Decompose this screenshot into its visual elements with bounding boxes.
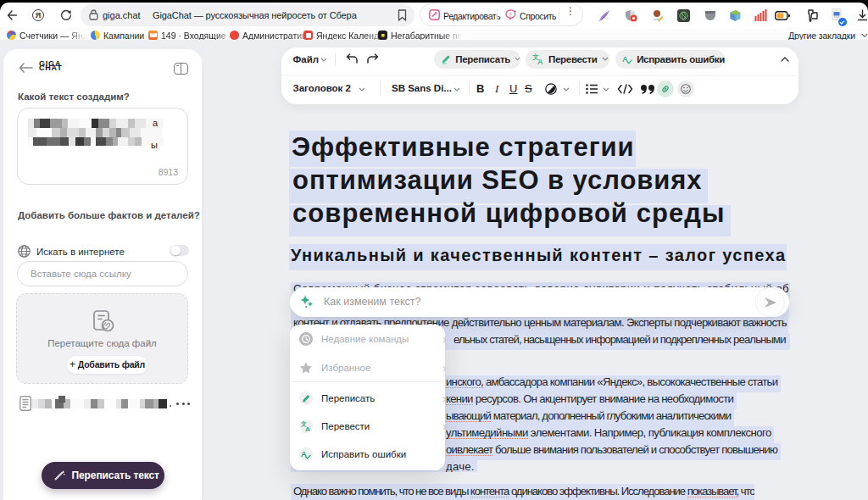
svg-text:A: A (537, 58, 543, 65)
svg-text:?: ? (509, 12, 512, 18)
svg-text:A: A (305, 425, 310, 432)
